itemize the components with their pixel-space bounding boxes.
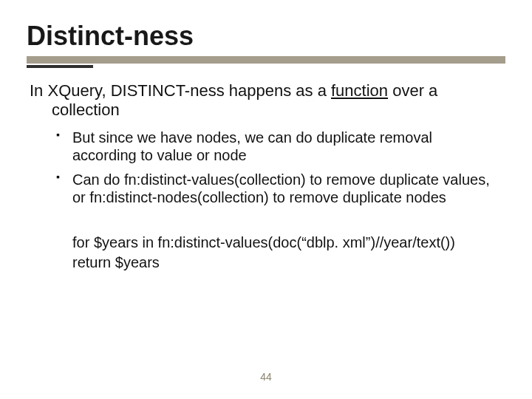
- intro-suffix: over a: [388, 81, 437, 100]
- intro-paragraph: In XQuery, DISTINCT-ness happens as a fu…: [30, 81, 499, 120]
- slide-title: Distinct-ness: [27, 21, 505, 52]
- page-number: 44: [0, 371, 532, 383]
- slide: Distinct-ness In XQuery, DISTINCT-ness h…: [0, 0, 532, 399]
- intro-prefix: In XQuery, DISTINCT-ness happens as a: [30, 81, 331, 100]
- body: In XQuery, DISTINCT-ness happens as a fu…: [27, 68, 505, 273]
- title-block: Distinct-ness: [27, 21, 505, 68]
- intro-underlined: function: [331, 81, 388, 100]
- rule-accent: [27, 65, 93, 68]
- code-line: return $years: [72, 253, 499, 273]
- intro-line2: collection: [30, 100, 499, 120]
- code-example: for $years in fn:distinct-values(doc(“db…: [30, 233, 499, 273]
- code-line: for $years in fn:distinct-values(doc(“db…: [72, 233, 499, 253]
- rule-top: [27, 56, 505, 64]
- list-item: Can do fn:distinct-values(collection) to…: [72, 171, 499, 207]
- title-rule: [27, 56, 505, 68]
- list-item: But since we have nodes, we can do dupli…: [72, 129, 499, 165]
- bullet-list: But since we have nodes, we can do dupli…: [30, 129, 499, 207]
